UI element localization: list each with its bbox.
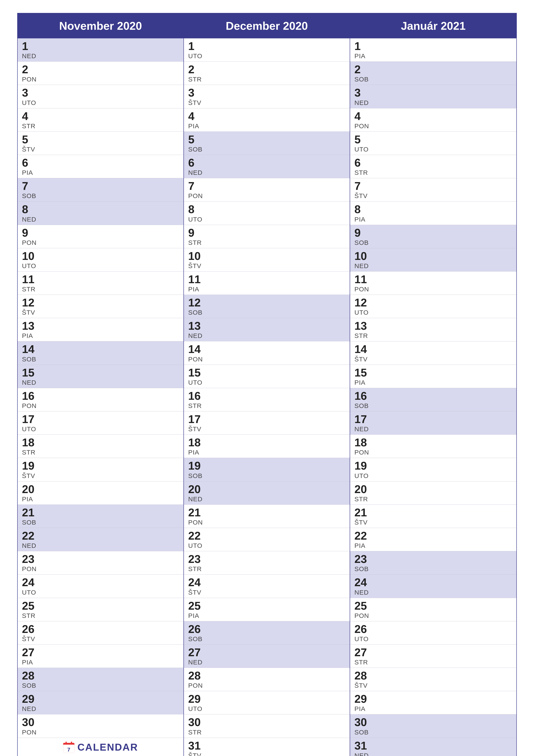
day-name: SOB: [188, 309, 345, 316]
day-row: 13STR: [350, 318, 516, 341]
day-number: 15: [188, 366, 345, 379]
day-number: 15: [22, 366, 179, 379]
day-number: 29: [188, 693, 345, 705]
day-name: UTO: [188, 542, 345, 549]
day-name: ŠTV: [354, 192, 512, 200]
day-number: 27: [188, 646, 345, 659]
day-name: PIA: [188, 122, 345, 130]
day-row: 22PIA: [350, 528, 516, 551]
day-row: 4PIA: [184, 108, 350, 132]
day-number: 2: [354, 63, 512, 76]
day-row: 26SOB: [184, 621, 350, 645]
day-name: SOB: [22, 192, 179, 200]
day-name: UTO: [354, 635, 512, 643]
day-name: STR: [22, 122, 179, 130]
day-number: 18: [188, 436, 345, 449]
day-number: 17: [188, 413, 345, 425]
day-row: 27PIA: [18, 645, 184, 668]
day-name: PON: [188, 192, 345, 200]
day-name: PIA: [354, 379, 512, 386]
month-header-november-2020: November 2020: [18, 14, 184, 39]
day-number: 1: [22, 40, 179, 52]
day-number: 3: [354, 87, 512, 99]
day-number: 3: [22, 87, 179, 99]
day-number: 31: [188, 740, 345, 752]
day-name: PIA: [354, 216, 512, 223]
day-row: 20PIA: [18, 481, 184, 505]
day-number: 17: [354, 413, 512, 425]
day-row: 23STR: [184, 551, 350, 575]
day-number: 20: [188, 483, 345, 496]
day-row: 15NED: [18, 365, 184, 388]
day-name: PIA: [354, 52, 512, 60]
day-name: STR: [188, 239, 345, 246]
day-row: 2SOB: [350, 62, 516, 85]
day-name: PON: [354, 285, 512, 293]
day-name: STR: [188, 565, 345, 573]
day-row: 23PON: [18, 551, 184, 575]
day-row: 20NED: [184, 481, 350, 505]
day-number: 7: [22, 180, 179, 192]
day-name: STR: [354, 659, 512, 666]
day-name: PON: [354, 122, 512, 130]
day-row: 22NED: [18, 528, 184, 551]
day-number: 22: [188, 530, 345, 542]
day-name: UTO: [22, 99, 179, 106]
day-number: 8: [354, 203, 512, 216]
day-row: 2STR: [184, 62, 350, 85]
day-name: PIA: [354, 705, 512, 713]
day-name: ŠTV: [22, 472, 179, 479]
day-number: 22: [354, 530, 512, 542]
day-row: 5UTO: [350, 132, 516, 155]
svg-rect-3: [66, 742, 67, 744]
day-name: UTO: [354, 472, 512, 479]
day-name: SOB: [188, 635, 345, 643]
day-row: 9PON: [18, 225, 184, 248]
day-number: 21: [188, 506, 345, 519]
day-row: 1UTO: [184, 39, 350, 62]
day-name: PIA: [22, 169, 179, 176]
day-row: 27STR: [350, 645, 516, 668]
day-row: 4STR: [18, 108, 184, 132]
day-row: 15PIA: [350, 365, 516, 388]
day-row: 18STR: [18, 435, 184, 458]
day-row: 18PIA: [184, 435, 350, 458]
day-row: 5ŠTV: [18, 132, 184, 155]
day-name: ŠTV: [354, 356, 512, 363]
day-row: 28PON: [184, 668, 350, 691]
day-row: 31NED: [350, 738, 516, 756]
day-row: 21ŠTV: [350, 505, 516, 528]
day-row: 27NED: [184, 645, 350, 668]
day-row: 7PON: [184, 178, 350, 202]
day-name: NED: [22, 379, 179, 386]
day-number: 26: [188, 623, 345, 635]
day-name: PON: [22, 565, 179, 573]
day-row: 9STR: [184, 225, 350, 248]
day-number: 18: [22, 436, 179, 449]
day-row: 30SOB: [350, 715, 516, 738]
day-row: 15UTO: [184, 365, 350, 388]
day-number: 16: [188, 390, 345, 402]
day-number: 29: [354, 693, 512, 705]
day-name: ŠTV: [22, 635, 179, 643]
day-row: 16SOB: [350, 388, 516, 411]
day-name: UTO: [22, 589, 179, 596]
day-row: 23SOB: [350, 551, 516, 575]
day-name: PIA: [354, 542, 512, 549]
day-number: 14: [188, 343, 345, 355]
day-name: UTO: [188, 705, 345, 713]
day-number: 26: [22, 623, 179, 635]
day-number: 13: [354, 320, 512, 332]
day-row: 7ŠTV: [350, 178, 516, 202]
day-row: 29UTO: [184, 691, 350, 715]
day-name: UTO: [188, 216, 345, 223]
day-number: 12: [22, 297, 179, 309]
day-number: 14: [22, 343, 179, 355]
day-row: 14ŠTV: [350, 341, 516, 364]
day-row: 24NED: [350, 575, 516, 598]
day-number: 5: [354, 133, 512, 146]
day-name: UTO: [354, 146, 512, 153]
day-number: 9: [22, 227, 179, 239]
day-number: 21: [22, 506, 179, 519]
day-name: SOB: [354, 239, 512, 246]
